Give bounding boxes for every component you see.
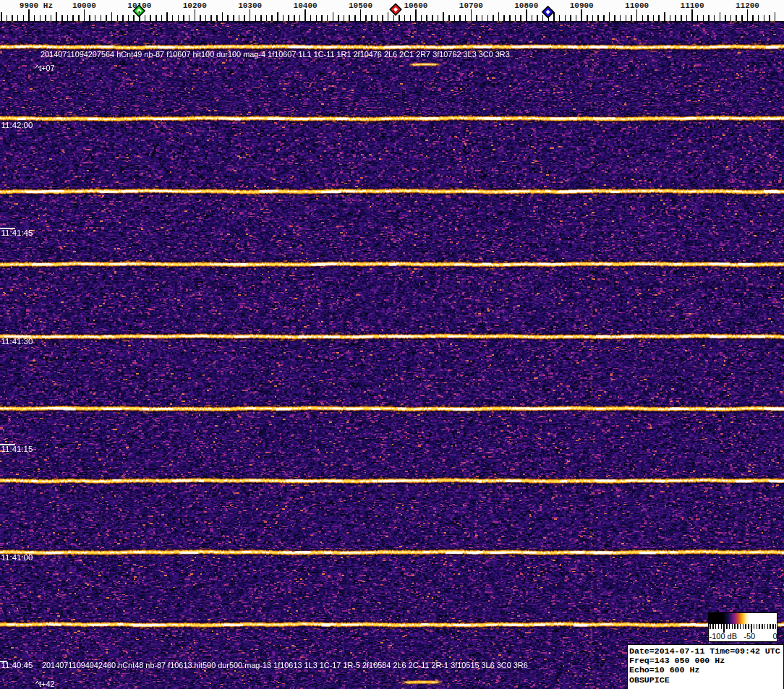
svg-text:9900: 9900 <box>20 1 38 10</box>
svg-text:10300: 10300 <box>238 1 262 10</box>
svg-text:11200: 11200 <box>736 1 759 10</box>
svg-text:10700: 10700 <box>459 1 483 10</box>
svg-text:10600: 10600 <box>404 1 427 10</box>
svg-text:10900: 10900 <box>570 1 594 10</box>
svg-text:10800: 10800 <box>514 1 538 10</box>
svg-text:Hz: Hz <box>43 1 53 10</box>
svg-text:10500: 10500 <box>349 1 372 10</box>
svg-text:10000: 10000 <box>72 1 96 10</box>
svg-text:10400: 10400 <box>294 1 318 10</box>
svg-text:10200: 10200 <box>183 1 207 10</box>
svg-text:11100: 11100 <box>681 1 704 10</box>
svg-text:11000: 11000 <box>625 1 649 10</box>
